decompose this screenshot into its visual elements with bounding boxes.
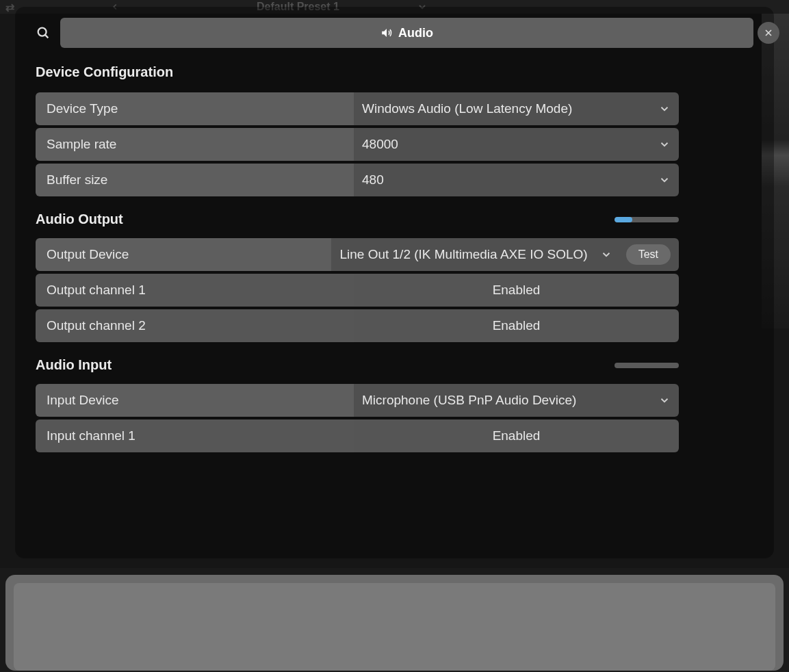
- output-level-meter: [615, 217, 679, 222]
- output-ch1-status: Enabled: [493, 283, 541, 298]
- row-sample-rate[interactable]: Sample rate 48000: [36, 128, 679, 161]
- chevron-down-icon: [658, 394, 671, 406]
- audio-input-block: Input Device Microphone (USB PnP Audio D…: [36, 384, 679, 452]
- section-title-device-config: Device Configuration: [36, 64, 753, 80]
- audio-settings-modal: Audio Device Configuration Device Type W…: [15, 7, 774, 558]
- label-output-device: Output Device: [36, 238, 331, 271]
- row-input-device[interactable]: Input Device Microphone (USB PnP Audio D…: [36, 384, 679, 417]
- close-button[interactable]: [758, 22, 779, 44]
- value-device-type[interactable]: Windows Audio (Low Latency Mode): [354, 92, 679, 125]
- row-buffer-size[interactable]: Buffer size 480: [36, 164, 679, 196]
- value-output-ch2[interactable]: Enabled: [354, 309, 679, 342]
- chevron-down-icon: [658, 174, 671, 186]
- label-buffer-size: Buffer size: [36, 164, 354, 196]
- label-output-ch1: Output channel 1: [36, 274, 354, 307]
- input-level-meter: [615, 363, 679, 368]
- buffer-size-value: 480: [362, 172, 384, 188]
- label-sample-rate: Sample rate: [36, 128, 354, 161]
- label-device-type: Device Type: [36, 92, 354, 125]
- output-device-value: Line Out 1/2 (IK Multimedia AXE IO SOLO): [339, 247, 587, 262]
- input-device-value: Microphone (USB PnP Audio Device): [362, 393, 576, 408]
- background-bottom-inner: [14, 583, 775, 671]
- value-input-ch1[interactable]: Enabled: [354, 419, 679, 452]
- value-output-device[interactable]: Line Out 1/2 (IK Multimedia AXE IO SOLO)…: [331, 238, 679, 271]
- title-bar: Audio: [60, 18, 753, 48]
- value-sample-rate[interactable]: 48000: [354, 128, 679, 161]
- row-output-ch1[interactable]: Output channel 1 Enabled: [36, 274, 679, 307]
- sample-rate-value: 48000: [362, 137, 398, 152]
- value-input-device[interactable]: Microphone (USB PnP Audio Device): [354, 384, 679, 417]
- speaker-icon: [380, 27, 393, 39]
- value-buffer-size[interactable]: 480: [354, 164, 679, 196]
- chevron-down-icon: [600, 248, 612, 261]
- input-ch1-status: Enabled: [493, 428, 541, 443]
- search-icon: [36, 25, 51, 40]
- label-output-ch2: Output channel 2: [36, 309, 354, 342]
- modal-overlay: Audio Device Configuration Device Type W…: [0, 0, 789, 568]
- section-title-audio-output: Audio Output: [36, 211, 123, 227]
- svg-point-2: [38, 28, 47, 36]
- section-title-audio-input: Audio Input: [36, 357, 112, 373]
- chevron-down-icon: [658, 138, 671, 151]
- row-device-type[interactable]: Device Type Windows Audio (Low Latency M…: [36, 92, 679, 125]
- output-ch2-status: Enabled: [493, 318, 541, 333]
- label-input-device: Input Device: [36, 384, 354, 417]
- close-icon: [763, 27, 774, 38]
- device-config-block: Device Type Windows Audio (Low Latency M…: [36, 92, 679, 196]
- row-output-ch2[interactable]: Output channel 2 Enabled: [36, 309, 679, 342]
- audio-output-block: Output Device Line Out 1/2 (IK Multimedi…: [36, 238, 679, 342]
- modal-title: Audio: [398, 26, 433, 40]
- device-type-value: Windows Audio (Low Latency Mode): [362, 101, 572, 116]
- label-input-ch1: Input channel 1: [36, 419, 354, 452]
- chevron-down-icon: [658, 103, 671, 115]
- background-bottom-panel: [5, 575, 784, 671]
- svg-line-3: [45, 35, 48, 38]
- value-output-ch1[interactable]: Enabled: [354, 274, 679, 307]
- output-level-fill: [615, 217, 632, 222]
- search-button[interactable]: [36, 25, 51, 40]
- row-output-device[interactable]: Output Device Line Out 1/2 (IK Multimedi…: [36, 238, 679, 271]
- row-input-ch1[interactable]: Input channel 1 Enabled: [36, 419, 679, 452]
- test-output-button[interactable]: Test: [626, 244, 671, 265]
